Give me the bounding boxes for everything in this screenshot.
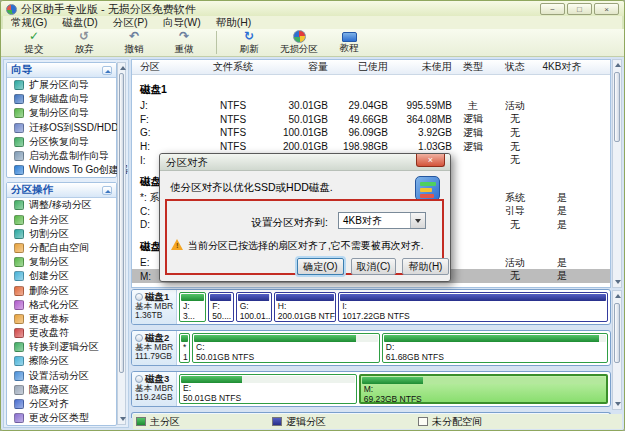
close-button[interactable]: × (594, 3, 619, 15)
toolbar-label: 放弃 (75, 43, 94, 54)
partition-block-e[interactable]: E:50.01GB NTFS (179, 374, 357, 404)
used-space-bar (384, 335, 600, 342)
sidebar-item-convert-logical[interactable]: 转换到逻辑分区 (7, 340, 116, 354)
scroll-down-icon[interactable] (120, 417, 126, 421)
sidebar-item-label: 复制分区向导 (29, 106, 89, 120)
partition-block-d[interactable]: D:61.68GB NTFS (382, 333, 608, 363)
sidebar-item-label: 分区恢复向导 (29, 135, 89, 149)
disk-info[interactable]: 磁盘1基本 MBR1.36TB (132, 290, 177, 324)
minimize-button[interactable]: − (540, 3, 565, 15)
partition-label: H: (275, 302, 335, 312)
table-scrollbar[interactable] (612, 59, 622, 288)
sidebar-item-hide[interactable]: 隐藏分区 (7, 383, 116, 397)
partition-block-g[interactable]: G:100.01... (236, 292, 272, 322)
table-row[interactable]: G:NTFS100.01GB96.09GB3.92GB逻辑无 (132, 126, 610, 140)
sidebar-item-copy-partition-wizard[interactable]: 复制分区向导 (7, 106, 116, 120)
used-space-bar (181, 376, 242, 383)
maximize-button[interactable]: □ (567, 3, 592, 15)
sidebar-scrollbar[interactable] (117, 62, 126, 425)
column-header: 类型 (452, 60, 494, 74)
sidebar-item-copy-partition[interactable]: 复制分区 (7, 255, 116, 269)
menu-disk[interactable]: 磁盘(D) (61, 16, 99, 30)
toolbar-tutorial-button[interactable]: 教程 (324, 30, 374, 55)
disk-info[interactable]: 磁盘3基本 MBR119.24GB (132, 372, 177, 406)
scroll-down-icon[interactable] (615, 280, 621, 284)
dialog-close-button[interactable]: × (416, 154, 445, 167)
partition-block-j[interactable]: J:3... (179, 292, 206, 322)
sidebar-item-label: 调整/移动分区 (29, 198, 92, 212)
graph-scrollbar[interactable] (612, 290, 622, 410)
partition-block-f[interactable]: F:50.... (208, 292, 233, 322)
partition-block-h[interactable]: H:200.01GB NTFS (274, 292, 336, 322)
sidebar-item-migrate-os[interactable]: 迁移OS到SSD/HDD (7, 121, 116, 135)
table-row[interactable]: H:NTFS200.01GB198.98GB1.03GB逻辑无 (132, 140, 610, 154)
sidebar-item-change-letter[interactable]: 更改盘符 (7, 326, 116, 340)
sidebar-item-delete[interactable]: 删除分区 (7, 283, 116, 297)
scroll-down-icon[interactable] (615, 402, 621, 406)
alignment-dropdown[interactable]: 4KB对齐 (338, 212, 426, 229)
partition-block-m[interactable]: M:69.23GB NTFS (359, 374, 608, 404)
disk-icon (135, 375, 143, 383)
sidebar-item-bootable-cd[interactable]: 启动光盘制作向导 (7, 149, 116, 163)
cell: 是 (536, 204, 588, 218)
sidebar-item-windows-to-go[interactable]: Windows To Go创建器 (7, 163, 116, 177)
toolbar-redo-button[interactable]: ↷重做 (159, 30, 209, 56)
scroll-up-icon[interactable] (120, 66, 126, 70)
partition-block-c[interactable]: C:50.01GB NTFS (192, 333, 380, 363)
table-row[interactable]: J:NTFS30.01GB29.04GB995.59MB主活动 (132, 99, 610, 113)
partition-block-i[interactable]: I:1017.22GB NTFS (338, 292, 608, 322)
disk-group-header: 磁盘1 (132, 80, 610, 99)
align-field-label: 设置分区对齐到: (160, 216, 328, 230)
sidebar-item-partition-recovery[interactable]: 分区恢复向导 (7, 135, 116, 149)
toolbar-commit-button[interactable]: ✓提交 (9, 30, 59, 56)
scrollbar-thumb[interactable] (614, 72, 620, 142)
used-space-bar (340, 294, 606, 301)
toolbar-undo-button[interactable]: ↶撤销 (109, 30, 159, 56)
chevron-down-icon[interactable] (410, 213, 425, 228)
sidebar-item-merge[interactable]: 合并分区 (7, 213, 116, 227)
sidebar-panel-header-wizard[interactable]: 向导 (7, 63, 116, 78)
toolbar-label: 撤销 (125, 43, 144, 54)
used-space-bar (276, 294, 334, 301)
sidebar-item-copy-disk-wizard[interactable]: 复制磁盘向导 (7, 92, 116, 106)
ok-button[interactable]: 确定(O) (297, 258, 344, 275)
sidebar-item-extend-partition-wizard[interactable]: 扩展分区向导 (7, 78, 116, 92)
menu-general[interactable]: 常规(G) (10, 16, 48, 30)
disk-info[interactable]: 磁盘2基本 MBR111.79GB (132, 331, 177, 365)
partition-label: J: (180, 302, 205, 312)
toolbar-discard-button[interactable]: ↺放弃 (59, 30, 109, 56)
partition-label: D: (383, 343, 607, 353)
scrollbar-thumb[interactable] (119, 73, 124, 373)
partition-block-sysres[interactable]: *1 (179, 333, 190, 363)
sidebar-item-create[interactable]: 创建分区 (7, 269, 116, 283)
table-row[interactable]: F:NTFS50.01GB49.66GB364.08MB逻辑无 (132, 113, 610, 127)
sidebar-item-split[interactable]: 切割分区 (7, 227, 116, 241)
menu-wizard[interactable]: 向导(W) (162, 16, 202, 30)
cancel-button[interactable]: 取消(C) (351, 258, 396, 275)
sidebar-item-label: 复制磁盘向导 (29, 92, 89, 106)
menu-help[interactable]: 帮助(H) (215, 16, 253, 30)
sidebar-item-wipe[interactable]: 擦除分区 (7, 354, 116, 368)
cell: 引导 (494, 204, 536, 218)
scroll-up-icon[interactable] (615, 294, 621, 298)
scroll-up-icon[interactable] (615, 63, 621, 67)
column-header: 未使用 (388, 60, 452, 74)
toolbar-refresh-button[interactable]: ↻刷新 (224, 30, 274, 56)
scrollbar-thumb[interactable] (614, 303, 620, 363)
collapse-icon[interactable] (102, 186, 112, 195)
sidebar-item-allocate-free[interactable]: 分配自由空间 (7, 241, 116, 255)
collapse-icon[interactable] (102, 66, 112, 75)
sidebar-item-resize-move[interactable]: 调整/移动分区 (7, 198, 116, 212)
sidebar-item-align[interactable]: 分区对齐 (7, 397, 116, 411)
sidebar-item-format[interactable]: 格式化分区 (7, 298, 116, 312)
toolbar-lossless-button[interactable]: 无损分区 (274, 30, 324, 56)
sidebar-item-change-label[interactable]: 更改卷标 (7, 312, 116, 326)
help-button[interactable]: 帮助(H) (402, 258, 449, 275)
toolbar-label: 教程 (340, 42, 359, 53)
sidebar-item-change-type[interactable]: 更改分区类型 (7, 411, 116, 425)
sidebar-item-set-active[interactable]: 设置活动分区 (7, 369, 116, 383)
partition-size: 61.68GB NTFS (383, 353, 607, 363)
sidebar-panel-header-operations[interactable]: 分区操作 (7, 183, 116, 198)
usage-bar (340, 294, 606, 301)
menu-partition[interactable]: 分区(P) (112, 16, 149, 30)
